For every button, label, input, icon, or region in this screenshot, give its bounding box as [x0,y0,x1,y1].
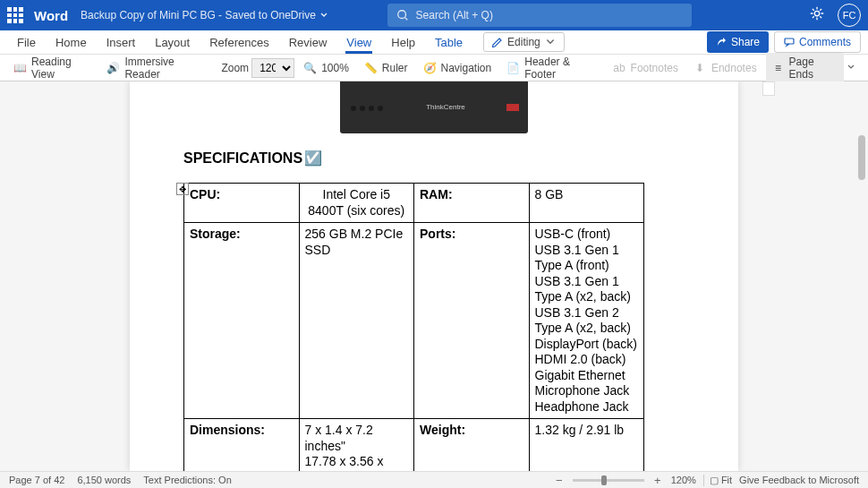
share-button[interactable]: Share [707,31,769,53]
table-row[interactable]: Dimensions: 7 x 1.4 x 7.2 inches" 17.78 … [184,419,644,472]
navigation-button[interactable]: 🧭Navigation [417,58,498,77]
table-row[interactable]: CPU: Intel Core i5 8400T (six cores) RAM… [184,184,644,223]
endnote-icon: ⬇ [694,61,707,74]
ribbon-right: Share Comments [707,31,861,53]
editing-mode-button[interactable]: Editing [483,32,565,52]
immersive-icon: 🔊 [106,61,120,74]
cell-cpu-label[interactable]: CPU: [184,184,300,223]
tab-insert[interactable]: Insert [97,32,146,53]
table-move-handle[interactable]: ✥ [176,183,189,195]
page-ends-button[interactable]: ≡Page Ends [766,53,844,83]
zoom-label: Zoom [221,62,249,74]
cell-storage-label[interactable]: Storage: [184,223,300,419]
cell-dimensions-label[interactable]: Dimensions: [184,419,300,472]
ribbon-expand-icon[interactable] [847,62,855,74]
statusbar: Page 7 of 42 6,150 words Text Prediction… [0,471,868,488]
tab-file[interactable]: File [7,32,46,53]
scrollbar-thumb[interactable] [858,135,865,180]
cell-weight-label[interactable]: Weight: [414,419,530,472]
pencil-icon [492,37,503,47]
gear-icon[interactable] [809,5,825,25]
share-icon [716,37,727,47]
app-name: Word [34,8,68,23]
book-icon: 📖 [13,61,27,74]
avatar[interactable]: FC [838,4,861,27]
feedback-link[interactable]: Give Feedback to Microsoft [739,475,859,485]
titlebar: Word Backup Copy of Mini PC BG - Saved t… [0,0,868,30]
search-input[interactable]: Search (Alt + Q) [387,4,692,27]
navigation-icon: 🧭 [423,61,437,74]
word-count[interactable]: 6,150 words [77,475,131,485]
cell-ports-value[interactable]: USB-C (front) USB 3.1 Gen 1 Type A (fron… [529,223,644,419]
header-footer-button[interactable]: 📄Header & Footer [500,53,603,83]
comment-icon [784,37,795,47]
tab-table[interactable]: Table [425,32,472,53]
titlebar-right: FC [809,4,861,27]
ruler-button[interactable]: 📏Ruler [358,58,414,77]
status-right: − + 120% ▢ Fit Give Feedback to Microsof… [553,474,859,487]
cell-ram-value[interactable]: 8 GB [529,184,644,223]
cell-storage-value[interactable]: 256 GB M.2 PCIe SSD [299,223,414,419]
reading-view-button[interactable]: 📖Reading View [7,53,98,83]
cell-ram-label[interactable]: RAM: [414,184,530,223]
page[interactable]: ThinkCentre SPECIFICATIONS☑️ ✥ CPU: Inte… [130,81,738,471]
comments-button[interactable]: Comments [774,31,861,53]
hundred-icon: 🔍 [303,61,317,74]
tab-help[interactable]: Help [381,32,425,53]
app-launcher-icon[interactable] [7,7,23,23]
svg-point-1 [814,11,819,15]
tab-review[interactable]: Review [279,32,337,53]
cell-dimensions-value[interactable]: 7 x 1.4 x 7.2 inches" 17.78 x 3.56 x 18.… [299,419,414,472]
text-predictions[interactable]: Text Predictions: On [143,475,231,485]
ribbon-tools: 📖Reading View 🔊Immersive Reader Zoom 120… [0,55,868,81]
check-icon: ☑️ [304,150,322,167]
zoom-level[interactable]: 120% [671,475,696,485]
ruler-icon: 📏 [364,61,378,74]
cell-cpu-value[interactable]: Intel Core i5 8400T (six cores) [299,184,414,223]
tab-references[interactable]: References [200,32,278,53]
svg-point-0 [397,11,405,19]
immersive-reader-button[interactable]: 🔊Immersive Reader [100,53,211,83]
page-ends-icon: ≡ [772,61,785,74]
zoom-out-button[interactable]: − [553,474,566,487]
zoom-in-button[interactable]: + [651,474,664,487]
svg-rect-2 [785,39,794,44]
endnotes-button: ⬇Endnotes [687,58,763,77]
zoom-slider[interactable] [573,479,644,482]
product-image: ThinkCentre [340,81,528,133]
tab-view[interactable]: View [336,32,381,53]
document-area[interactable]: ThinkCentre SPECIFICATIONS☑️ ✥ CPU: Inte… [0,81,868,471]
fit-button[interactable]: ▢ Fit [703,475,732,486]
footnote-icon: ab [613,61,626,74]
page-right-edge [762,81,775,96]
hundred-percent-button[interactable]: 🔍100% [297,58,355,77]
cell-ports-label[interactable]: Ports: [414,223,530,419]
table-row[interactable]: Storage: 256 GB M.2 PCIe SSD Ports: USB-… [184,223,644,419]
chevron-down-icon [545,37,556,47]
chevron-down-icon [319,11,328,20]
specifications-heading: SPECIFICATIONS☑️ [183,150,685,167]
header-footer-icon: 📄 [506,61,520,74]
tab-home[interactable]: Home [46,32,97,53]
zoom-select[interactable]: 120% [251,58,294,78]
document-name[interactable]: Backup Copy of Mini PC BG - Saved to One… [81,9,328,21]
search-icon [396,9,409,21]
ribbon-tabs: File Home Insert Layout References Revie… [0,30,868,55]
tab-layout[interactable]: Layout [145,32,200,53]
footnotes-button: abFootnotes [607,58,685,77]
cell-weight-value[interactable]: 1.32 kg / 2.91 lb [529,419,644,472]
specifications-table[interactable]: CPU: Intel Core i5 8400T (six cores) RAM… [183,183,644,471]
page-indicator[interactable]: Page 7 of 42 [9,475,64,485]
